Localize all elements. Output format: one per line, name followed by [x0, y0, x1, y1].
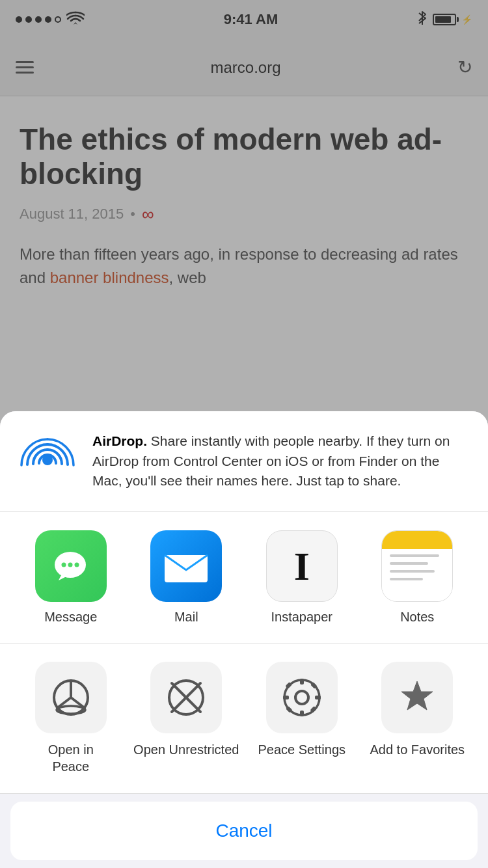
- open-unrestricted-label: Open Unrestricted: [133, 741, 239, 758]
- svg-rect-22: [315, 696, 321, 699]
- svg-marker-27: [401, 681, 433, 710]
- app-mail[interactable]: Mail: [129, 530, 245, 625]
- notes-label: Notes: [400, 610, 434, 625]
- action-add-to-favorites[interactable]: Add to Favorites: [360, 662, 476, 758]
- instapaper-icon: I: [266, 530, 338, 602]
- svg-rect-19: [300, 679, 304, 685]
- apps-row: Message Mail I Instapaper: [0, 512, 488, 644]
- mail-label: Mail: [174, 610, 198, 625]
- add-to-favorites-label: Add to Favorites: [370, 741, 465, 758]
- share-sheet: AirDrop. Share instantly with people nea…: [0, 411, 488, 868]
- svg-point-7: [75, 562, 79, 567]
- actions-row: Open inPeace Open Unrestricted: [0, 644, 488, 794]
- message-label: Message: [44, 610, 97, 625]
- mail-icon: [150, 530, 222, 602]
- app-notes[interactable]: Notes: [360, 530, 476, 625]
- peace-settings-label: Peace Settings: [258, 741, 346, 758]
- svg-rect-20: [300, 711, 304, 716]
- app-message[interactable]: Message: [13, 530, 129, 625]
- airdrop-description: AirDrop. Share instantly with people nea…: [92, 431, 470, 491]
- add-to-favorites-icon: [381, 662, 453, 733]
- action-open-unrestricted[interactable]: Open Unrestricted: [129, 662, 245, 758]
- share-card: AirDrop. Share instantly with people nea…: [0, 411, 488, 868]
- notes-icon: [381, 530, 453, 602]
- app-instapaper[interactable]: I Instapaper: [244, 530, 360, 625]
- svg-point-17: [295, 691, 308, 704]
- cancel-label: Cancel: [215, 821, 272, 841]
- message-icon: [35, 530, 107, 602]
- action-peace-settings[interactable]: Peace Settings: [244, 662, 360, 758]
- cancel-button[interactable]: Cancel: [10, 802, 478, 860]
- open-in-peace-icon: [35, 662, 107, 733]
- open-in-peace-label: Open inPeace: [48, 741, 94, 775]
- action-open-in-peace[interactable]: Open inPeace: [13, 662, 129, 775]
- airdrop-icon: [18, 431, 77, 492]
- airdrop-section: AirDrop. Share instantly with people nea…: [0, 411, 488, 512]
- svg-point-5: [62, 562, 66, 567]
- svg-rect-21: [283, 696, 289, 699]
- svg-point-6: [68, 562, 73, 567]
- open-unrestricted-icon: [150, 662, 222, 733]
- peace-settings-icon: [266, 662, 338, 733]
- instapaper-label: Instapaper: [271, 610, 332, 625]
